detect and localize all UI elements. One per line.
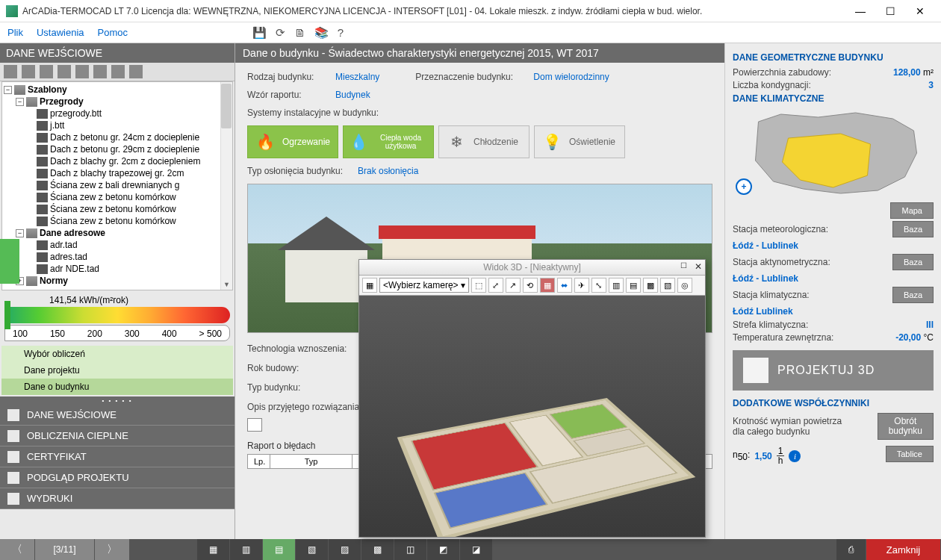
baza-button-meteo[interactable]: Baza (892, 221, 934, 237)
tool-open-icon[interactable] (22, 65, 35, 78)
error-col-typ[interactable]: Typ (270, 455, 353, 468)
tree-scrollbar[interactable]: ▲ ▼ (220, 82, 232, 290)
baza-button-aktyn[interactable]: Baza (892, 254, 934, 270)
tool-new-icon[interactable] (4, 65, 17, 78)
tree-item[interactable]: Ściana zew z betonu komórkow (50, 192, 176, 202)
widok-tool-icon[interactable]: ▦ (362, 278, 377, 293)
widok-3d-window[interactable]: Widok 3D - [Nieaktywny] ☐ ✕ ▦ <Wybierz k… (358, 259, 706, 538)
footer-tool-icon[interactable]: ◫ (394, 539, 427, 560)
widok-tool-icon[interactable]: ✈ (574, 278, 589, 293)
expand-icon[interactable]: − (4, 86, 12, 94)
widok-tool-icon[interactable]: ↗ (506, 278, 521, 293)
tool-settings-icon[interactable] (111, 65, 125, 78)
sel-wybor-obliczen[interactable]: Wybór obliczeń (1, 346, 233, 362)
nav-dane-wejsciowe[interactable]: DANE WEJŚCIOWE (0, 405, 235, 426)
expand-icon[interactable]: − (16, 229, 24, 237)
aktyn-value[interactable]: Łódź - Lublinek (733, 273, 934, 284)
baza-button-sklim[interactable]: Baza (892, 287, 934, 303)
help-icon[interactable]: ? (338, 26, 344, 40)
widok-titlebar[interactable]: Widok 3D - [Nieaktywny] ☐ ✕ (359, 260, 705, 276)
nav-wydruki[interactable]: WYDRUKI (0, 488, 235, 509)
widok-close-icon[interactable]: ✕ (695, 261, 702, 272)
obrot-button[interactable]: Obrótbudynku (878, 413, 934, 440)
tool-saveas-icon[interactable] (93, 65, 107, 78)
minimize-button[interactable]: — (845, 1, 875, 22)
widok-tool-icon[interactable]: ▩ (643, 278, 658, 293)
nav-podglad-projektu[interactable]: PODGLĄD PROJEKTU (0, 467, 235, 488)
mapa-button[interactable]: Mapa (890, 202, 934, 219)
tool-export-icon[interactable] (58, 65, 71, 78)
widok-tool-icon[interactable]: ⬌ (557, 278, 572, 293)
widok-3d-viewport[interactable] (359, 296, 705, 537)
pow-value[interactable]: 128,00 (893, 67, 921, 78)
tree-item[interactable]: Ściana zew z betonu komórkow (50, 216, 176, 226)
save-icon[interactable]: 💾 (252, 26, 267, 40)
maximize-button[interactable]: ☐ (875, 1, 905, 22)
info-icon[interactable]: i (789, 450, 801, 462)
scroll-thumb[interactable] (221, 84, 232, 128)
widok-maximize-icon[interactable]: ☐ (680, 261, 687, 270)
footer-tool-icon[interactable]: ▥ (230, 539, 263, 560)
widok-tool-icon[interactable]: ▤ (626, 278, 641, 293)
kond-value[interactable]: 3 (928, 80, 934, 90)
tool-save-icon[interactable] (40, 65, 53, 78)
meteo-value[interactable]: Łódź - Lublinek (733, 240, 934, 251)
projektuj-3d-button[interactable]: PROJEKTUJ 3D (733, 350, 934, 391)
footer-next-button[interactable]: 〉 (95, 539, 130, 560)
nav-certyfikat[interactable]: CERTYFIKAT (0, 447, 235, 467)
tree-item[interactable]: adres.tad (50, 252, 87, 262)
tree-group-normy[interactable]: Normy (40, 276, 68, 286)
tablice-button[interactable]: Tablice (886, 446, 934, 462)
widok-tool-icon[interactable]: ⬚ (471, 278, 486, 293)
footer-tool-icon[interactable]: ▩ (361, 539, 394, 560)
tree-item[interactable]: Dach z betonu gr. 29cm z docieplenie (50, 144, 199, 155)
widok-tool-icon[interactable]: ▥ (609, 278, 624, 293)
tool-import-icon[interactable] (75, 65, 89, 78)
tree-item[interactable]: Ściana zew z betonu komórkow (50, 204, 176, 214)
tree-item[interactable]: adr NDE.tad (50, 264, 99, 274)
book-icon[interactable]: 📚 (314, 26, 329, 40)
tree-root[interactable]: Szablony (28, 84, 67, 95)
sklim-value[interactable]: Łódź Lublinek (733, 306, 934, 317)
rodzaj-value[interactable]: Mieszkalny (335, 72, 379, 82)
sys-button-lighting[interactable]: 💡Oświetlenie (534, 125, 625, 158)
opis-edit-button[interactable] (247, 418, 262, 432)
widok-tool-icon[interactable]: ⤡ (591, 278, 606, 293)
widok-tool-icon[interactable]: ▧ (660, 278, 675, 293)
side-expand-arrow-icon[interactable] (0, 239, 19, 284)
tree-item[interactable]: Ściana zew z bali drewnianych g (50, 180, 179, 190)
nav-obliczenia-cieplne[interactable]: OBLICZENIA CIEPLNE (0, 426, 235, 447)
tree-group-adresowe[interactable]: Dane adresowe (40, 228, 105, 238)
expand-icon[interactable]: − (16, 98, 24, 106)
oslon-value[interactable]: Brak osłonięcia (358, 166, 418, 176)
tool-compass-icon[interactable] (129, 65, 143, 78)
menu-help[interactable]: Pomoc (98, 27, 128, 38)
doc-icon[interactable]: 🗎 (294, 26, 305, 40)
close-button[interactable]: ✕ (905, 1, 935, 22)
footer-tool-icon[interactable]: ▨ (329, 539, 361, 560)
sys-button-hotwater[interactable]: 💧Ciepła woda użytkowa (343, 125, 434, 158)
map-zoom-button[interactable]: + (736, 178, 752, 195)
przezn-value[interactable]: Dom wielorodzinny (533, 72, 609, 82)
footer-tool-icon[interactable]: ▧ (296, 539, 329, 560)
resize-handle[interactable]: • • • • • (0, 396, 235, 405)
error-col-lp[interactable]: Lp. (248, 455, 270, 468)
tree-item[interactable]: j.btt (50, 120, 64, 131)
wzor-value[interactable]: Budynek (335, 90, 370, 100)
tree-item[interactable]: adr.tad (50, 240, 78, 250)
tree-item[interactable]: przegrody.btt (50, 108, 102, 119)
menu-settings[interactable]: Ustawienia (37, 27, 84, 38)
sel-dane-projektu[interactable]: Dane projektu (1, 362, 233, 379)
footer-print-icon[interactable]: ⎙ (836, 539, 866, 560)
widok-tool-icon[interactable]: ▦ (540, 278, 555, 293)
footer-tool-icon[interactable]: ◩ (427, 539, 460, 560)
tree-group-przegrody[interactable]: Przegrody (40, 96, 84, 107)
tree-item[interactable]: Dach z blachy gr. 2cm z dociepleniem (50, 156, 200, 167)
poland-map[interactable]: + (733, 108, 934, 198)
tree-item[interactable]: Dach z betonu gr. 24cm z docieplenie (50, 132, 199, 143)
sys-button-heating[interactable]: 🔥Ogrzewanie (247, 125, 338, 158)
footer-prev-button[interactable]: 〈 (0, 539, 35, 560)
sys-button-cooling[interactable]: ❄Chłodzenie (438, 125, 529, 158)
camera-select[interactable]: <Wybierz kamerę>▾ (379, 278, 469, 293)
footer-tool-icon[interactable]: ▤ (263, 539, 296, 560)
